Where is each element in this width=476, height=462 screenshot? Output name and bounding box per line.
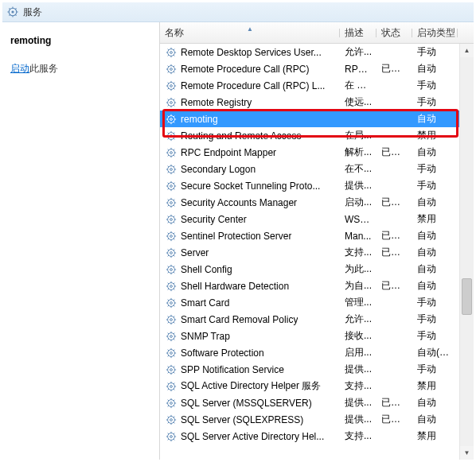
start-link[interactable]: 启动 [10,63,29,74]
service-row[interactable]: RPC Endpoint Mapper解析...已启动自动 [160,144,460,161]
service-row[interactable]: SNMP Trap接收...手动 [160,328,460,344]
svg-point-15 [170,84,173,87]
svg-point-23 [170,151,173,153]
sort-ascending-icon: ▲ [247,26,253,33]
service-name-cell: SQL Server (MSSQLSERVER) [181,398,312,409]
service-row[interactable]: SQL Server (MSSQLSERVER)提供...已启动自动 [160,394,460,411]
service-name-cell: Secure Socket Tunneling Proto... [181,181,320,192]
vertical-scrollbar[interactable]: ▲ ▼ [459,44,474,460]
service-row[interactable]: SPP Notification Service提供...手动 [160,361,460,378]
service-name-cell: remoting [181,114,218,125]
service-row[interactable]: Remote Registry使远...手动 [160,94,460,111]
service-desc-cell: 提供... [340,396,377,410]
service-name-cell: RPC Endpoint Mapper [181,147,276,158]
service-desc-cell: 支持... [340,379,377,393]
header-description[interactable]: 描述 [340,26,377,40]
svg-point-17 [170,101,173,103]
svg-point-56 [168,433,175,440]
svg-point-30 [168,215,175,223]
service-name-cell: Remote Procedure Call (RPC) L... [181,80,325,91]
service-row[interactable]: SQL Active Directory Helper 服务支持...禁用 [160,378,460,394]
svg-point-54 [168,416,175,423]
service-startup-cell: 手动 [412,329,458,343]
service-startup-cell: 自动 [412,196,458,209]
gear-icon [165,380,178,393]
svg-point-32 [168,232,175,239]
service-desc-cell: 提供... [340,413,377,426]
service-name-cell: Remote Registry [181,97,252,108]
service-row[interactable]: Security CenterWSC...禁用 [160,211,460,227]
service-row[interactable]: SQL Server Active Directory Hel...支持...禁… [160,428,460,445]
service-name-cell: Routing and Remote Access [181,130,301,142]
service-desc-cell: 为自... [340,279,377,293]
header-status[interactable]: 状态 [377,26,412,40]
header-startup-type[interactable]: 启动类型 [412,26,458,40]
service-startup-cell: 自动 [412,229,458,243]
svg-point-22 [168,149,175,156]
svg-line-8 [9,14,10,15]
service-name-cell: SPP Notification Service [181,364,284,375]
scroll-thumb[interactable] [462,278,472,315]
service-desc-cell: 在 W... [340,79,377,92]
service-row[interactable]: Remote Desktop Services User...允许...手动 [160,44,460,60]
gear-icon [165,280,178,293]
service-row[interactable]: Software Protection启用...自动(延迟 [160,344,460,361]
service-row[interactable]: remoting自动 [160,111,460,127]
service-status-cell: 已启动 [377,196,412,209]
service-startup-cell: 手动 [412,45,458,59]
service-row[interactable]: Smart Card Removal Policy允许...手动 [160,311,460,328]
service-row[interactable]: Smart Card管理...手动 [160,294,460,311]
service-name-cell: SQL Active Directory Helper 服务 [181,379,321,393]
gear-icon [165,297,178,309]
service-row[interactable]: Server支持...已启动自动 [160,244,460,261]
svg-point-45 [170,335,173,337]
service-row[interactable]: Secondary Logon在不...手动 [160,161,460,177]
svg-point-36 [168,266,175,273]
service-row[interactable]: Secure Socket Tunneling Proto...提供...手动 [160,177,460,194]
gear-icon [165,146,178,159]
service-row[interactable]: Shell Config为此...自动 [160,261,460,278]
service-row[interactable]: Routing and Remote Access在局...禁用 [160,127,460,144]
svg-point-12 [168,65,175,72]
service-name-cell: Shell Hardware Detection [181,281,289,292]
svg-line-9 [15,8,16,9]
scroll-up-button[interactable]: ▲ [460,44,474,57]
service-row[interactable]: Remote Procedure Call (RPC)RPC...已启动自动 [160,60,460,77]
window-title: 服务 [23,6,42,19]
svg-point-29 [170,201,173,204]
svg-point-52 [168,399,175,406]
svg-point-37 [170,268,173,270]
svg-point-26 [168,182,175,189]
service-startup-cell: 手动 [412,79,458,92]
svg-point-14 [168,82,175,89]
header-name-label: 名称 [165,27,184,38]
svg-point-1 [11,10,14,13]
service-desc-cell: 在局... [340,129,377,142]
service-name-cell: Remote Procedure Call (RPC) [181,64,309,75]
header-name[interactable]: ▲ 名称 [160,26,340,40]
service-status-cell: 已启动 [377,146,412,159]
gear-icon [165,63,178,76]
service-row[interactable]: Remote Procedure Call (RPC) L...在 W...手动 [160,77,460,94]
service-row[interactable]: Security Accounts Manager启动...已启动自动 [160,194,460,211]
service-desc-cell: 解析... [340,146,377,159]
list-header[interactable]: ▲ 名称 描述 状态 启动类型 [160,22,474,44]
service-row[interactable]: Sentinel Protection ServerMan...已启动自动 [160,227,460,244]
service-name-cell: Server [181,247,209,258]
service-startup-cell: 自动(延迟 [412,346,458,359]
svg-point-43 [170,318,173,320]
gear-icon [165,196,178,209]
sidebar-action-suffix: 此服务 [29,63,58,74]
scroll-track[interactable] [460,57,474,446]
service-row[interactable]: SQL Server (SQLEXPRESS)提供...已启动自动 [160,411,460,428]
svg-point-35 [170,251,173,254]
service-desc-cell: 支持... [340,429,377,443]
service-status-cell: 已启动 [377,279,412,293]
scroll-down-button[interactable]: ▼ [460,446,474,460]
service-desc-cell: 管理... [340,296,377,309]
svg-point-50 [168,382,175,390]
service-status-cell: 已启动 [377,62,412,76]
service-row[interactable]: Shell Hardware Detection为自...已启动自动 [160,278,460,294]
service-name-cell: Secondary Logon [181,164,256,175]
service-desc-cell: 提供... [340,179,377,192]
